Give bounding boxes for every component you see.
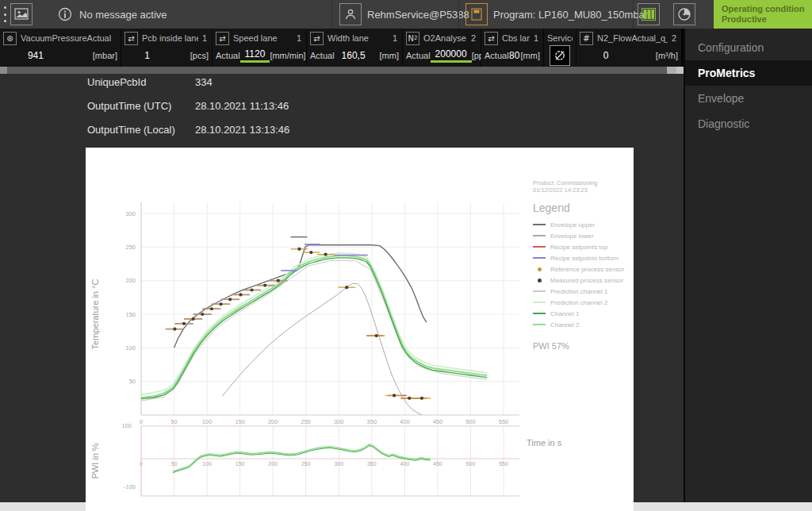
measured-process-sensor xyxy=(263,283,266,286)
svg-text:150: 150 xyxy=(125,311,136,318)
series-envelope-upper xyxy=(174,245,427,348)
svg-text:250: 250 xyxy=(301,418,311,425)
screen-icon[interactable] xyxy=(10,3,33,25)
machine-zones-icon[interactable] xyxy=(638,3,660,25)
svg-text:550: 550 xyxy=(499,461,508,467)
conveyor-icon: ⇄ xyxy=(485,32,498,45)
tile-label: Width lane xyxy=(327,33,369,43)
info-row-outputtime-utc-: OutputTime (UTC)28.10.2021 11:13:46 xyxy=(87,100,289,112)
svg-text:350: 350 xyxy=(367,418,377,425)
sidebar-item-diagnostic[interactable]: Diagnostic xyxy=(685,111,812,136)
tile-index: 1 xyxy=(393,33,399,43)
tile-unit: [mbar] xyxy=(93,51,117,60)
tile-index: 2 xyxy=(471,33,477,43)
tile-label: Pcb inside lane xyxy=(142,33,198,43)
svg-text:PWI in %: PWI in % xyxy=(90,443,100,478)
legend-entry-reference-process-sensor: Reference process sensor xyxy=(533,263,632,275)
legend-entry-envelope-lower: Envelope lower xyxy=(533,230,632,241)
svg-text:500: 500 xyxy=(466,461,476,467)
svg-text:Time in s: Time in s xyxy=(527,438,562,448)
measured-process-sensor xyxy=(182,322,186,325)
app-root: No message active RehmService@P5388 Prog… xyxy=(0,0,812,511)
measured-process-sensor xyxy=(408,397,411,400)
legend-title: Legend xyxy=(533,202,632,214)
measured-process-sensor xyxy=(277,279,280,282)
tile-index: 1 xyxy=(202,33,209,43)
legend-label: Reference process sensor xyxy=(550,266,624,273)
tile-pcb-inside-lane[interactable]: ⇄Pcb inside lane11[pcs] xyxy=(121,29,212,67)
tile-service[interactable]: Service xyxy=(544,29,576,67)
product-annotation: Product: Commissioning xyxy=(533,179,632,186)
legend-swatch xyxy=(533,224,546,225)
measured-process-sensor xyxy=(297,248,301,251)
legend-entry-prediction-channel-2: Prediction channel 2 xyxy=(533,297,632,308)
menu-dots-icon[interactable] xyxy=(2,6,7,22)
vacuum-icon: ⊛ xyxy=(3,32,17,45)
sidebar-item-envelope[interactable]: Envelope xyxy=(685,86,812,111)
fan-icon[interactable] xyxy=(673,3,695,25)
legend-swatch xyxy=(533,257,546,259)
svg-text:50: 50 xyxy=(171,461,178,467)
scroll-left-button[interactable] xyxy=(0,67,7,74)
svg-text:50: 50 xyxy=(129,378,136,385)
tile-n2-flowactual-q-h[interactable]: #N2_FlowActual_q_h20[m³/h] xyxy=(576,29,681,67)
svg-text:250: 250 xyxy=(301,461,311,467)
message-text: No message active xyxy=(79,0,167,29)
svg-text:300: 300 xyxy=(125,210,136,217)
legend-swatch xyxy=(533,246,546,248)
tile-width-lane[interactable]: ⇄Width lane1Actual160,5[mm] xyxy=(307,29,402,67)
tile-label: N2_FlowActual_q_h xyxy=(597,33,668,43)
fan-blade-icon xyxy=(677,7,691,21)
tile-unit: [pcs] xyxy=(190,51,209,60)
info-row-outputtime-local-: OutputTime (Local)28.10.2021 13:13:46 xyxy=(87,124,289,136)
measured-process-sensor xyxy=(375,334,378,337)
document-icon xyxy=(471,8,482,21)
chart-legend: Product: Commissioning 01/12/2022 14:23:… xyxy=(533,179,632,351)
sidebar-item-prometrics[interactable]: ProMetrics xyxy=(685,60,812,86)
tile-value: 1120 xyxy=(240,48,270,63)
legend-swatch xyxy=(533,235,546,236)
legend-label: Prediction channel 1 xyxy=(550,288,608,295)
actual-label: Actual xyxy=(216,51,240,60)
svg-text:200: 200 xyxy=(268,418,278,425)
tile-value: 0 xyxy=(603,50,609,61)
tile-value: 200000 xyxy=(431,48,472,63)
sidebar: ConfigurationProMetricsEnvelopeDiagnosti… xyxy=(684,29,812,502)
tile-index: 1 xyxy=(534,33,540,43)
legend-label: Channel 2 xyxy=(550,321,579,328)
horizontal-scrollbar[interactable] xyxy=(0,67,684,74)
hash-icon: # xyxy=(580,32,593,45)
tile-speed-lane[interactable]: ⇄Speed lane1Actual1120[mm/min] xyxy=(213,29,306,67)
svg-text:450: 450 xyxy=(433,418,443,425)
parameter-tiles: ⊛VacuumPressureActual941[mbar]⇄Pcb insid… xyxy=(0,29,684,67)
series-channel-2 xyxy=(141,256,487,398)
tile-cbs-lane[interactable]: ⇄Cbs lane1Actual80[mm] xyxy=(481,29,543,67)
svg-text:450: 450 xyxy=(433,461,442,467)
tile-vacuumpressureactual[interactable]: ⊛VacuumPressureActual941[mbar] xyxy=(0,29,121,67)
series-prediction-channel-1 xyxy=(141,260,487,401)
program-icon[interactable] xyxy=(465,3,488,25)
sidebar-item-configuration[interactable]: Configuration xyxy=(685,35,812,60)
divider xyxy=(331,0,332,29)
tile-index: 2 xyxy=(672,33,678,43)
svg-text:-100: -100 xyxy=(124,483,136,490)
tile-label: VacuumPressureActual xyxy=(21,33,111,43)
info-icon[interactable] xyxy=(58,7,72,21)
operating-condition-badge: Operating condition Productive xyxy=(714,0,812,29)
series-pwi-channel-2 xyxy=(173,444,431,471)
info-row-uniquepcbid: UniquePcbId334 xyxy=(87,76,213,88)
user-icon[interactable] xyxy=(339,3,362,25)
legend-label: Channel 1 xyxy=(550,310,579,317)
service-icon[interactable] xyxy=(550,45,570,66)
legend-label: Prediction channel 2 xyxy=(550,299,608,306)
scroll-right-button[interactable] xyxy=(676,67,684,74)
svg-text:200: 200 xyxy=(125,277,136,284)
info-label: OutputTime (Local) xyxy=(87,124,195,136)
scrollbar-thumb[interactable] xyxy=(7,67,667,74)
timestamp-annotation: 01/12/2022 14:23:23 xyxy=(533,186,632,194)
legend-entry-recipe-setpoints-bottom: Recipe setpoints bottom xyxy=(533,252,632,263)
tile-label: Cbs lane xyxy=(502,33,530,43)
divider xyxy=(633,0,634,29)
legend-entry-measured-process-sensor: Measured process sensor xyxy=(533,275,632,286)
tile-o2analyse[interactable]: N2O2Analyse2Actual200000[ppm] xyxy=(403,29,481,67)
